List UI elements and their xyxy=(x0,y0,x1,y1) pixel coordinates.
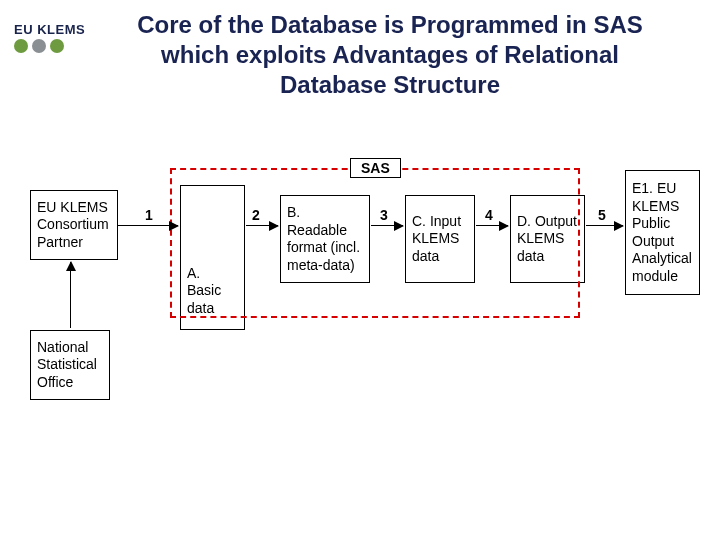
dot-icon xyxy=(32,39,46,53)
dot-icon xyxy=(14,39,28,53)
sas-container xyxy=(170,168,580,318)
arrow-icon xyxy=(476,225,508,226)
arrow-icon xyxy=(246,225,278,226)
dot-icon xyxy=(50,39,64,53)
page-title: Core of the Database is Programmed in SA… xyxy=(120,10,660,100)
arrow-label-3: 3 xyxy=(380,207,388,223)
logo-dots xyxy=(14,39,85,53)
slide: EU KLEMS Core of the Database is Program… xyxy=(0,0,720,540)
arrow-up-icon xyxy=(70,262,71,328)
arrow-label-4: 4 xyxy=(485,207,493,223)
arrow-label-1: 1 xyxy=(145,207,153,223)
logo: EU KLEMS xyxy=(14,22,85,53)
logo-text: EU KLEMS xyxy=(14,22,85,37)
box-e-public: E1. EU KLEMS Public Output Analytical mo… xyxy=(625,170,700,295)
box-nso: National Statistical Office xyxy=(30,330,110,400)
arrow-icon xyxy=(586,225,623,226)
arrow-icon xyxy=(371,225,403,226)
arrow-icon xyxy=(118,225,178,226)
flow-diagram: SAS EU KLEMS Consortium Partner National… xyxy=(30,150,700,430)
arrow-label-2: 2 xyxy=(252,207,260,223)
arrow-label-5: 5 xyxy=(598,207,606,223)
box-eu-partner: EU KLEMS Consortium Partner xyxy=(30,190,118,260)
sas-label: SAS xyxy=(350,158,401,178)
